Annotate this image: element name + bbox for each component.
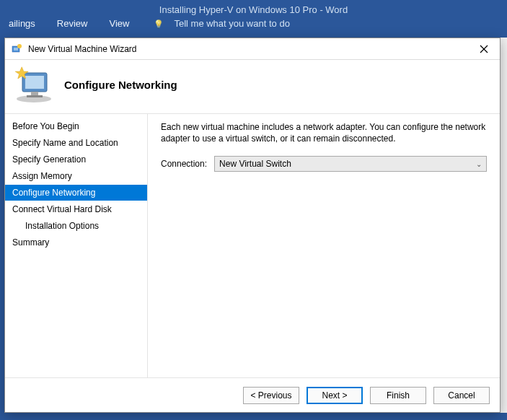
ribbon-tellme[interactable]: Tell me what you want to do (148, 9, 295, 38)
finish-button[interactable]: Finish (370, 387, 426, 404)
cancel-button[interactable]: Cancel (433, 387, 490, 404)
wizard-steps-sidebar: Before You Begin Specify Name and Locati… (5, 114, 148, 377)
connection-selected-value: New Virtual Switch (219, 159, 291, 169)
step-summary[interactable]: Summary (5, 235, 147, 250)
close-button[interactable] (474, 41, 494, 57)
svg-rect-9 (27, 95, 43, 97)
dialog-content: Before You Begin Specify Name and Locati… (5, 114, 500, 377)
wizard-hero-icon (12, 66, 56, 103)
connection-label: Connection: (161, 159, 207, 169)
previous-button[interactable]: < Previous (243, 387, 299, 404)
word-app-header: Installing Hyper-V on Windows 10 Pro - W… (0, 0, 507, 38)
dialog-title: New Virtual Machine Wizard (28, 44, 474, 54)
ribbon-tellme-label: Tell me what you want to do (171, 14, 292, 33)
lightbulb-icon (151, 14, 167, 33)
word-ribbon-tabs: ailings Review View Tell me what you wan… (0, 9, 296, 38)
ribbon-tab-mailings[interactable]: ailings (6, 14, 38, 33)
step-connect-vhd[interactable]: Connect Virtual Hard Disk (5, 201, 147, 217)
svg-rect-1 (14, 48, 18, 51)
wizard-button-bar: < Previous Next > Finish Cancel (5, 377, 500, 412)
step-before-you-begin[interactable]: Before You Begin (5, 118, 147, 134)
chevron-down-icon: ⌄ (476, 160, 482, 168)
wizard-heading: Configure Networking (64, 79, 177, 91)
step-configure-networking[interactable]: Configure Networking (5, 185, 147, 201)
dialog-titlebar: New Virtual Machine Wizard (5, 38, 500, 60)
close-icon (480, 45, 488, 53)
next-button[interactable]: Next > (307, 387, 363, 404)
wizard-app-icon (11, 43, 22, 55)
wizard-dialog: New Virtual Machine Wizard Configure Net… (4, 38, 501, 413)
panel-description: Each new virtual machine includes a netw… (161, 121, 487, 144)
svg-rect-7 (25, 76, 44, 89)
step-assign-memory[interactable]: Assign Memory (5, 168, 147, 184)
background-scrollbar (500, 38, 507, 413)
step-specify-name[interactable]: Specify Name and Location (5, 135, 147, 151)
ribbon-tab-review[interactable]: Review (54, 14, 91, 33)
step-specify-generation[interactable]: Specify Generation (5, 152, 147, 167)
svg-point-2 (17, 44, 22, 48)
step-installation-options[interactable]: Installation Options (5, 218, 147, 234)
connection-field-row: Connection: New Virtual Switch ⌄ (161, 156, 487, 172)
dialog-header: Configure Networking (5, 60, 500, 114)
wizard-main-panel: Each new virtual machine includes a netw… (148, 114, 500, 377)
connection-dropdown[interactable]: New Virtual Switch ⌄ (214, 156, 487, 172)
ribbon-tab-view[interactable]: View (106, 14, 132, 33)
